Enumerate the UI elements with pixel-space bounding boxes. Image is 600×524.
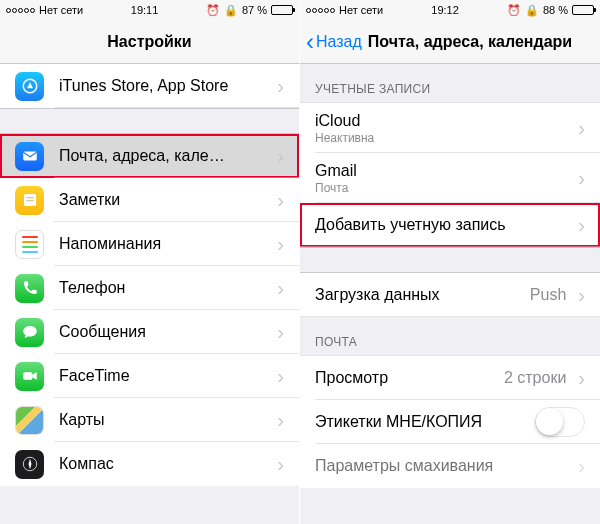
account-subtitle: Почта	[315, 181, 574, 195]
battery-icon	[271, 5, 293, 15]
chevron-right-icon: ›	[277, 453, 284, 476]
svg-rect-2	[24, 194, 36, 206]
row-maps[interactable]: Карты ›	[0, 398, 299, 442]
back-button[interactable]: ‹ Назад	[306, 30, 362, 54]
clock-label: 19:12	[431, 4, 459, 16]
row-label: Этикетки МНЕ/КОПИЯ	[315, 413, 535, 431]
carrier-label: Нет сети	[339, 4, 383, 16]
section-header-accounts: УЧЕТНЫЕ ЗАПИСИ	[300, 64, 600, 102]
signal-dots-icon	[6, 8, 35, 13]
reminders-icon	[15, 230, 44, 259]
nav-bar: ‹ Назад Почта, адреса, календари	[300, 20, 600, 64]
chevron-right-icon: ›	[277, 277, 284, 300]
account-title: iCloud	[315, 112, 574, 130]
chevron-right-icon: ›	[277, 233, 284, 256]
alarm-icon: ⏰	[206, 4, 220, 17]
back-label: Назад	[316, 33, 362, 51]
carrier-label: Нет сети	[39, 4, 83, 16]
row-messages[interactable]: Сообщения ›	[0, 310, 299, 354]
chevron-right-icon: ›	[578, 367, 585, 390]
alarm-icon: ⏰	[507, 4, 521, 17]
chevron-right-icon: ›	[578, 455, 585, 478]
row-label: Параметры смахивания	[315, 457, 574, 475]
row-label: Загрузка данных	[315, 286, 530, 304]
mail-settings-pane: Нет сети 19:12 ⏰ 🔒 88 % ‹ Назад Почта, а…	[300, 0, 600, 524]
compass-icon	[15, 450, 44, 479]
row-swipe-options[interactable]: Параметры смахивания ›	[300, 444, 600, 488]
chevron-right-icon: ›	[277, 189, 284, 212]
mail-icon	[15, 142, 44, 171]
orientation-lock-icon: 🔒	[525, 4, 539, 17]
maps-icon	[15, 406, 44, 435]
row-label: Просмотр	[315, 369, 504, 387]
account-title: Gmail	[315, 162, 574, 180]
row-label: Почта, адреса, кале…	[59, 147, 273, 165]
chevron-right-icon: ›	[578, 214, 585, 237]
row-label: Телефон	[59, 279, 273, 297]
settings-root-pane: Нет сети 19:11 ⏰ 🔒 87 % Настройки iTunes…	[0, 0, 300, 524]
row-to-cc-labels[interactable]: Этикетки МНЕ/КОПИЯ	[300, 400, 600, 444]
row-appstore[interactable]: iTunes Store, App Store ›	[0, 64, 299, 108]
orientation-lock-icon: 🔒	[224, 4, 238, 17]
row-phone[interactable]: Телефон ›	[0, 266, 299, 310]
account-subtitle: Неактивна	[315, 131, 574, 145]
status-bar: Нет сети 19:11 ⏰ 🔒 87 %	[0, 0, 299, 20]
clock-label: 19:11	[131, 4, 159, 16]
row-label: Сообщения	[59, 323, 273, 341]
row-label: iTunes Store, App Store	[59, 77, 273, 95]
row-label: Заметки	[59, 191, 273, 209]
chevron-right-icon: ›	[277, 409, 284, 432]
chevron-right-icon: ›	[578, 117, 585, 140]
chevron-right-icon: ›	[277, 321, 284, 344]
row-fetch-data[interactable]: Загрузка данных Push ›	[300, 273, 600, 317]
svg-rect-1	[23, 152, 37, 161]
row-preview[interactable]: Просмотр 2 строки ›	[300, 356, 600, 400]
row-notes[interactable]: Заметки ›	[0, 178, 299, 222]
row-detail: Push	[530, 286, 566, 304]
battery-icon	[572, 5, 594, 15]
row-reminders[interactable]: Напоминания ›	[0, 222, 299, 266]
section-header-mail: ПОЧТА	[300, 317, 600, 355]
row-mail[interactable]: Почта, адреса, кале… ›	[0, 134, 299, 178]
row-label: Напоминания	[59, 235, 273, 253]
chevron-right-icon: ›	[277, 145, 284, 168]
row-label: Добавить учетную запись	[315, 216, 574, 234]
chevron-right-icon: ›	[578, 284, 585, 307]
appstore-icon	[15, 72, 44, 101]
row-add-account[interactable]: Добавить учетную запись ›	[300, 203, 600, 247]
row-label: FaceTime	[59, 367, 273, 385]
row-label: Карты	[59, 411, 273, 429]
signal-dots-icon	[306, 8, 335, 13]
facetime-icon	[15, 362, 44, 391]
nav-title: Почта, адреса, календари	[368, 33, 572, 51]
chevron-left-icon: ‹	[306, 30, 314, 54]
phone-icon	[15, 274, 44, 303]
chevron-right-icon: ›	[277, 75, 284, 98]
svg-rect-5	[23, 372, 32, 380]
row-account-icloud[interactable]: iCloud Неактивна ›	[300, 103, 600, 153]
chevron-right-icon: ›	[277, 365, 284, 388]
notes-icon	[15, 186, 44, 215]
toggle-switch[interactable]	[535, 407, 585, 437]
row-label: Компас	[59, 455, 273, 473]
nav-title: Настройки	[107, 33, 191, 51]
status-bar: Нет сети 19:12 ⏰ 🔒 88 %	[300, 0, 600, 20]
battery-pct-label: 88 %	[543, 4, 568, 16]
battery-pct-label: 87 %	[242, 4, 267, 16]
nav-bar: Настройки	[0, 20, 299, 64]
row-facetime[interactable]: FaceTime ›	[0, 354, 299, 398]
chevron-right-icon: ›	[578, 167, 585, 190]
row-detail: 2 строки	[504, 369, 566, 387]
row-compass[interactable]: Компас ›	[0, 442, 299, 486]
row-account-gmail[interactable]: Gmail Почта ›	[300, 153, 600, 203]
messages-icon	[15, 318, 44, 347]
